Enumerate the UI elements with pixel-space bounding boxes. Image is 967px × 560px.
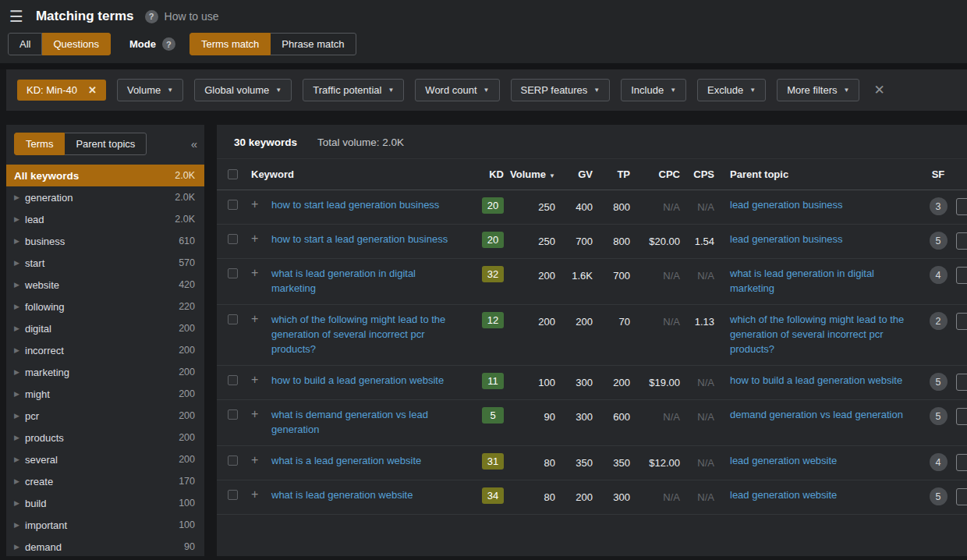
sidebar-item-business[interactable]: ▶business610 bbox=[6, 230, 204, 252]
filter-serp-features-button[interactable]: SERP features▼ bbox=[511, 79, 611, 101]
sidebar-item-several[interactable]: ▶several200 bbox=[6, 448, 204, 470]
column-header-volume[interactable]: Volume▼ bbox=[504, 168, 555, 180]
expand-arrow-icon[interactable]: ▶ bbox=[14, 521, 25, 529]
row-checkbox[interactable] bbox=[228, 490, 238, 500]
expand-arrow-icon[interactable]: ▶ bbox=[14, 412, 25, 420]
keyword-link[interactable]: what is a lead generation website bbox=[271, 453, 429, 468]
row-checkbox[interactable] bbox=[228, 200, 238, 210]
column-header-keyword[interactable]: Keyword bbox=[251, 168, 459, 180]
filter-global-volume-button[interactable]: Global volume▼ bbox=[194, 79, 292, 101]
remove-kd-filter-icon[interactable]: ✕ bbox=[88, 84, 97, 96]
serp-features-button-cutoff[interactable] bbox=[956, 374, 967, 391]
column-header-sf[interactable]: SF bbox=[920, 168, 956, 180]
kd-filter-chip[interactable]: KD: Min-40 ✕ bbox=[17, 80, 106, 101]
tab-terms-match[interactable]: Terms match bbox=[190, 33, 271, 55]
column-header-parent-topic[interactable]: Parent topic bbox=[714, 168, 920, 180]
expand-arrow-icon[interactable]: ▶ bbox=[14, 455, 25, 463]
expand-arrow-icon[interactable]: ▶ bbox=[14, 368, 25, 376]
expand-arrow-icon[interactable]: ▶ bbox=[14, 259, 25, 267]
keyword-link[interactable]: what is demand generation vs lead genera… bbox=[271, 407, 459, 437]
filter-traffic-potential-button[interactable]: Traffic potential▼ bbox=[303, 79, 404, 101]
row-checkbox[interactable] bbox=[228, 409, 238, 420]
serp-features-badge[interactable]: 5 bbox=[930, 487, 948, 505]
sidebar-item-generation[interactable]: ▶generation2.0K bbox=[6, 186, 204, 208]
serp-features-badge[interactable]: 2 bbox=[930, 312, 948, 330]
parent-topic-link[interactable]: lead generation website bbox=[730, 453, 845, 468]
add-to-list-icon[interactable]: + bbox=[251, 312, 271, 326]
sidebar-item-marketing[interactable]: ▶marketing200 bbox=[6, 361, 204, 383]
add-to-list-icon[interactable]: + bbox=[251, 407, 271, 421]
parent-topic-link[interactable]: which of the following might lead to the… bbox=[730, 312, 916, 356]
add-to-list-icon[interactable]: + bbox=[251, 197, 271, 211]
tab-all[interactable]: All bbox=[8, 33, 42, 55]
serp-features-badge[interactable]: 4 bbox=[930, 266, 948, 284]
tab-questions[interactable]: Questions bbox=[42, 33, 111, 55]
sidebar-item-products[interactable]: ▶products200 bbox=[6, 427, 204, 448]
keyword-link[interactable]: what is lead generation website bbox=[271, 487, 420, 502]
serp-features-badge[interactable]: 5 bbox=[930, 407, 948, 425]
keyword-link[interactable]: how to start a lead generation business bbox=[271, 232, 455, 246]
hamburger-menu-icon[interactable]: ☰ bbox=[9, 9, 23, 24]
parent-topic-link[interactable]: demand generation vs lead generation bbox=[730, 407, 911, 422]
filter-volume-button[interactable]: Volume▼ bbox=[117, 79, 183, 101]
serp-features-button-cutoff[interactable] bbox=[956, 198, 967, 215]
sidebar-item-important[interactable]: ▶important100 bbox=[6, 514, 204, 536]
column-header-cpc[interactable]: CPC bbox=[630, 168, 680, 180]
parent-topic-link[interactable]: lead generation business bbox=[730, 197, 851, 212]
expand-arrow-icon[interactable]: ▶ bbox=[14, 281, 25, 289]
expand-arrow-icon[interactable]: ▶ bbox=[14, 499, 25, 507]
sidebar-item-build[interactable]: ▶build100 bbox=[6, 492, 204, 514]
expand-arrow-icon[interactable]: ▶ bbox=[14, 324, 25, 332]
keyword-link[interactable]: what is lead generation in digital marke… bbox=[271, 266, 459, 296]
row-checkbox[interactable] bbox=[228, 234, 238, 244]
expand-arrow-icon[interactable]: ▶ bbox=[14, 477, 25, 485]
sidebar-item-all-keywords[interactable]: All keywords 2.0K bbox=[6, 165, 204, 186]
expand-arrow-icon[interactable]: ▶ bbox=[14, 543, 25, 551]
serp-features-button-cutoff[interactable] bbox=[956, 267, 967, 284]
parent-topic-link[interactable]: lead generation website bbox=[730, 487, 845, 502]
parent-topic-link[interactable]: what is lead generation in digital marke… bbox=[730, 266, 916, 296]
column-header-kd[interactable]: KD bbox=[459, 168, 504, 180]
expand-arrow-icon[interactable]: ▶ bbox=[14, 346, 25, 354]
add-to-list-icon[interactable]: + bbox=[251, 453, 271, 467]
sidebar-item-website[interactable]: ▶website420 bbox=[6, 274, 204, 296]
filter-include-button[interactable]: Include▼ bbox=[621, 79, 686, 101]
add-to-list-icon[interactable]: + bbox=[251, 487, 271, 502]
row-checkbox[interactable] bbox=[228, 268, 238, 278]
help-icon[interactable]: ? bbox=[145, 10, 158, 23]
add-to-list-icon[interactable]: + bbox=[251, 373, 271, 387]
tab-phrase-match[interactable]: Phrase match bbox=[271, 33, 356, 55]
add-to-list-icon[interactable]: + bbox=[251, 266, 271, 280]
row-checkbox[interactable] bbox=[228, 314, 238, 324]
keyword-link[interactable]: which of the following might lead to the… bbox=[271, 312, 459, 356]
mode-help-icon[interactable]: ? bbox=[162, 37, 175, 51]
serp-features-button-cutoff[interactable] bbox=[956, 232, 967, 250]
expand-arrow-icon[interactable]: ▶ bbox=[14, 303, 25, 310]
expand-arrow-icon[interactable]: ▶ bbox=[14, 193, 25, 201]
row-checkbox[interactable] bbox=[228, 455, 238, 466]
keyword-link[interactable]: how to build a lead generation website bbox=[271, 373, 452, 388]
select-all-checkbox[interactable] bbox=[228, 169, 238, 179]
filter-word-count-button[interactable]: Word count▼ bbox=[415, 79, 499, 101]
sidebar-item-following[interactable]: ▶following220 bbox=[6, 296, 204, 317]
expand-arrow-icon[interactable]: ▶ bbox=[14, 215, 25, 223]
column-header-tp[interactable]: TP bbox=[593, 168, 630, 180]
column-header-cps[interactable]: CPS bbox=[680, 168, 714, 180]
expand-arrow-icon[interactable]: ▶ bbox=[14, 434, 25, 441]
serp-features-button-cutoff[interactable] bbox=[956, 313, 967, 330]
sidebar-item-incorrect[interactable]: ▶incorrect200 bbox=[6, 339, 204, 361]
serp-features-badge[interactable]: 4 bbox=[930, 453, 948, 471]
filter-exclude-button[interactable]: Exclude▼ bbox=[697, 79, 766, 101]
sidebar-item-digital[interactable]: ▶digital200 bbox=[6, 317, 204, 339]
tab-parent-topics[interactable]: Parent topics bbox=[65, 133, 147, 155]
serp-features-badge[interactable]: 5 bbox=[930, 232, 948, 250]
sidebar-item-start[interactable]: ▶start570 bbox=[6, 252, 204, 274]
serp-features-badge[interactable]: 3 bbox=[930, 197, 948, 215]
row-checkbox[interactable] bbox=[228, 375, 238, 385]
sidebar-item-pcr[interactable]: ▶pcr200 bbox=[6, 405, 204, 427]
column-header-gv[interactable]: GV bbox=[555, 168, 593, 180]
filter-more-filters-button[interactable]: More filters▼ bbox=[777, 79, 859, 101]
serp-features-button-cutoff[interactable] bbox=[956, 488, 967, 505]
collapse-sidebar-icon[interactable]: « bbox=[191, 137, 197, 151]
add-to-list-icon[interactable]: + bbox=[251, 232, 271, 246]
